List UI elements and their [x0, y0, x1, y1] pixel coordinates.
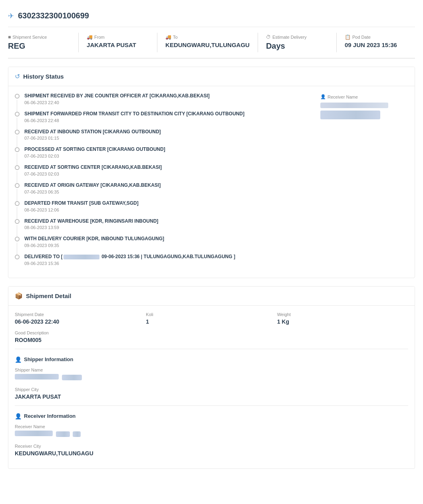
timeline-content: RECEIVED AT SORTING CENTER [CIKARANG,KAB… [24, 164, 162, 176]
timeline-item: RECEIVED AT SORTING CENTER [CIKARANG,KAB… [15, 164, 308, 176]
timeline-dot [15, 112, 20, 117]
receiver-name-blurred [15, 431, 408, 438]
service-icon: ■ [8, 34, 11, 40]
shipper-city-row: Shipper City JAKARTA PUSAT [15, 387, 408, 400]
detail-divider-1 [15, 349, 408, 349]
history-receiver: 👤 Receiver Name [320, 93, 408, 271]
receiver-city-label: Receiver City [15, 444, 408, 449]
timeline-dot [15, 130, 20, 134]
event-title: SHIPMENT RECEIVED BY JNE COUNTER OFFICER… [24, 93, 210, 99]
timeline-content: RECEIVED AT ORIGIN GATEWAY [CIKARANG,KAB… [24, 182, 161, 194]
event-date: 09-06-2023 15:36 [24, 261, 235, 266]
service-value: REG [8, 42, 70, 51]
timeline-content: PROCESSED AT SORTING CENTER [CIKARANG OU… [24, 146, 165, 158]
event-date: 07-06-2023 06:35 [24, 190, 161, 194]
shipper-city-label: Shipper City [15, 387, 408, 392]
event-title: PROCESSED AT SORTING CENTER [CIKARANG OU… [24, 146, 165, 153]
timeline-item: DEPARTED FROM TRANSIT [SUB GATEWAY,SGD] … [15, 200, 308, 212]
from-icon: 🚚 [87, 34, 93, 40]
shipment-date-col: Shipment Date 06-06-2023 22:40 [15, 312, 146, 325]
timeline-item: SHIPMENT RECEIVED BY JNE COUNTER OFFICER… [15, 93, 308, 105]
timeline-dot [15, 147, 20, 152]
shipper-sub-title: Shipper Information [24, 356, 73, 362]
event-title: RECEIVED AT SORTING CENTER [CIKARANG,KAB… [24, 164, 162, 171]
timeline-content: SHIPMENT RECEIVED BY JNE COUNTER OFFICER… [24, 93, 210, 105]
timeline-dot [15, 255, 20, 259]
timeline-dot [15, 201, 20, 206]
koli-label: Koli [146, 312, 277, 317]
history-section: ↺ History Status SHIPMENT RECEIVED BY JN… [8, 67, 415, 278]
from-label: 🚚 From [87, 34, 149, 40]
shipper-sub-header: 👤 Shipper Information [15, 355, 408, 363]
to-info: 🚚 To KEDUNGWARU,TULUNGAGU [157, 33, 258, 52]
receiver-name-blurred [320, 103, 388, 108]
goods-label: Good Description [15, 330, 408, 335]
detail-body: Shipment Date 06-06-2023 22:40 Koli 1 We… [8, 306, 415, 468]
history-section-header: ↺ History Status [8, 67, 415, 86]
detail-row-1: Shipment Date 06-06-2023 22:40 Koli 1 We… [15, 312, 408, 325]
pod-value: 09 JUN 2023 15:36 [345, 42, 407, 48]
receiver-sub-header: 👤 Receiver Information [15, 411, 408, 419]
estimate-info: ⏱ Estimate Delivery Days [258, 33, 337, 52]
timeline-item: RECEIVED AT WAREHOUSE [KDR, RINGINSARI I… [15, 218, 308, 230]
from-info: 🚚 From JAKARTA PUSAT [79, 33, 157, 52]
event-date: 08-06-2023 13:59 [24, 225, 158, 230]
timeline-dot [15, 165, 20, 170]
shipper-city-value: JAKARTA PUSAT [15, 393, 408, 400]
shipper-name-blurred [15, 374, 408, 381]
to-label: 🚚 To [165, 34, 250, 40]
goods-col: Good Description ROOM005 [15, 330, 408, 343]
from-value: JAKARTA PUSAT [87, 42, 149, 48]
receiver-tag-blurred [320, 111, 380, 119]
shipment-date-label: Shipment Date [15, 312, 146, 317]
shipper-name-label: Shipper Name [15, 368, 408, 372]
estimate-icon: ⏱ [266, 34, 271, 40]
event-title: RECEIVED AT WAREHOUSE [KDR, RINGINSARI I… [24, 218, 158, 225]
receiver-city-row: Receiver City KEDUNGWARU,TULUNGAGU [15, 444, 408, 457]
event-title: DEPARTED FROM TRANSIT [SUB GATEWAY,SGD] [24, 200, 139, 207]
history-body: SHIPMENT RECEIVED BY JNE COUNTER OFFICER… [8, 86, 415, 278]
detail-section-header: 📦 Shipment Detail [8, 287, 415, 306]
pod-icon: 📋 [345, 34, 351, 40]
timeline-content: WITH DELIVERY COURIER [KDR, INBOUND TULU… [24, 235, 164, 248]
detail-row-goods: Good Description ROOM005 [15, 330, 408, 343]
detail-title: Shipment Detail [26, 293, 71, 299]
event-date: 07-06-2023 02:03 [24, 172, 162, 176]
detail-icon: 📦 [15, 292, 23, 300]
weight-label: Weight [277, 312, 408, 317]
estimate-label: ⏱ Estimate Delivery [266, 34, 328, 40]
receiver-sub-title: Receiver Information [24, 413, 75, 419]
event-date: 07-06-2023 01:15 [24, 136, 161, 140]
detail-divider-2 [15, 405, 408, 406]
timeline-item: WITH DELIVERY COURIER [KDR, INBOUND TULU… [15, 235, 308, 248]
event-title: SHIPMENT FORWARDED FROM TRANSIT CITY TO … [24, 111, 244, 117]
tracking-number: 6302332300100699 [18, 11, 89, 20]
event-date: 07-06-2023 02:03 [24, 154, 165, 158]
weight-value: 1 Kg [277, 318, 408, 325]
info-bar: ■ Shipment Service REG 🚚 From JAKARTA PU… [8, 27, 415, 59]
pod-info: 📋 Pod Date 09 JUN 2023 15:36 [337, 33, 415, 52]
timeline-dot [15, 94, 20, 99]
timeline-content: DELIVERED TO [ 09-06-2023 15:36 | TULUNG… [24, 253, 235, 266]
shipment-detail-section: 📦 Shipment Detail Shipment Date 06-06-20… [8, 286, 415, 469]
timeline-dot [15, 219, 20, 224]
goods-value: ROOM005 [15, 337, 408, 343]
to-icon: 🚚 [165, 34, 171, 40]
shipper-name-col: Shipper Name [15, 368, 408, 381]
timeline-dot [15, 183, 20, 188]
receiver-city-value: KEDUNGWARU,TULUNGAGU [15, 450, 408, 457]
receiver-name-label: Receiver Name [15, 424, 408, 429]
history-timeline: SHIPMENT RECEIVED BY JNE COUNTER OFFICER… [15, 93, 308, 271]
shipper-icon: 👤 [15, 356, 22, 363]
receiver-name-row: Receiver Name [15, 424, 408, 438]
event-date: 08-06-2023 12:06 [24, 208, 139, 212]
timeline-dot [15, 237, 20, 241]
event-date: 09-06-2023 09:35 [24, 243, 164, 248]
timeline-content: RECEIVED AT WAREHOUSE [KDR, RINGINSARI I… [24, 218, 158, 230]
shipment-date-value: 06-06-2023 22:40 [15, 318, 146, 325]
shipper-name-row: Shipper Name [15, 368, 408, 381]
event-title: WITH DELIVERY COURIER [KDR, INBOUND TULU… [24, 235, 164, 242]
timeline-item: PROCESSED AT SORTING CENTER [CIKARANG OU… [15, 146, 308, 158]
service-label: ■ Shipment Service [8, 34, 70, 40]
event-date: 06-06-2023 22:48 [24, 118, 244, 123]
